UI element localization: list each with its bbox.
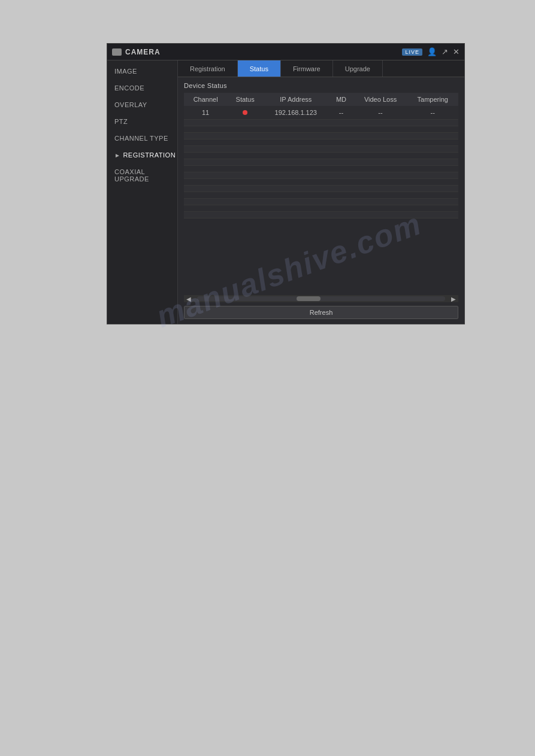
table-row bbox=[184, 146, 458, 153]
device-table: Channel Status IP Address MD Video Loss … bbox=[184, 93, 458, 218]
table-row bbox=[184, 212, 458, 218]
user-icon[interactable]: 👤 bbox=[427, 47, 437, 56]
sidebar-item-overlay[interactable]: OVERLAY bbox=[107, 96, 177, 113]
camera-icon bbox=[112, 48, 122, 56]
table-row bbox=[184, 192, 458, 199]
live-badge: LIVE bbox=[402, 48, 422, 56]
content-area: Registration Status Firmware Upgrade Dev… bbox=[178, 60, 464, 324]
table-scroll-area[interactable]: Channel Status IP Address MD Video Loss … bbox=[184, 93, 458, 294]
refresh-button[interactable]: Refresh bbox=[184, 306, 458, 319]
sidebar-label-channel-type: CHANNEL TYPE bbox=[114, 135, 168, 142]
table-row bbox=[184, 199, 458, 205]
scrollbar-track bbox=[197, 296, 445, 301]
app-title: CAMERA bbox=[125, 48, 161, 56]
col-status: Status bbox=[227, 93, 263, 106]
tab-status[interactable]: Status bbox=[238, 60, 281, 77]
panel-content: Device Status Channel Status IP Address … bbox=[178, 77, 464, 324]
tab-upgrade[interactable]: Upgrade bbox=[333, 60, 383, 77]
table-row bbox=[184, 205, 458, 212]
sidebar-item-encode[interactable]: ENCODE bbox=[107, 80, 177, 96]
sidebar-item-coaxial-upgrade[interactable]: COAXIAL UPGRADE bbox=[107, 163, 177, 187]
arrow-icon: ► bbox=[114, 152, 120, 159]
app-window: CAMERA LIVE 👤 ↗ ✕ IMAGE ENCODE OVERLAY P… bbox=[107, 43, 465, 324]
sidebar-label-coaxial-upgrade: COAXIAL UPGRADE bbox=[114, 168, 170, 183]
table-row bbox=[184, 139, 458, 146]
title-bar-left: CAMERA bbox=[112, 48, 161, 56]
table-row bbox=[184, 186, 458, 192]
sidebar-label-overlay: OVERLAY bbox=[114, 101, 147, 108]
cell-md: -- bbox=[329, 106, 354, 120]
cell-status bbox=[227, 106, 263, 120]
cell-tampering: -- bbox=[407, 106, 458, 120]
table-row: 11 192.168.1.123 -- -- -- bbox=[184, 106, 458, 120]
col-channel: Channel bbox=[184, 93, 227, 106]
table-row bbox=[184, 166, 458, 172]
scrollbar-thumb[interactable] bbox=[297, 296, 321, 301]
main-layout: IMAGE ENCODE OVERLAY PTZ CHANNEL TYPE ► … bbox=[107, 60, 464, 324]
cell-ip-address: 192.168.1.123 bbox=[263, 106, 328, 120]
tab-firmware[interactable]: Firmware bbox=[281, 60, 333, 77]
table-row bbox=[184, 133, 458, 139]
sidebar-label-ptz: PTZ bbox=[114, 118, 128, 125]
tab-bar: Registration Status Firmware Upgrade bbox=[178, 60, 464, 77]
col-tampering: Tampering bbox=[407, 93, 458, 106]
status-dot-red bbox=[243, 110, 247, 115]
title-bar: CAMERA LIVE 👤 ↗ ✕ bbox=[107, 44, 464, 60]
sidebar-item-channel-type[interactable]: CHANNEL TYPE bbox=[107, 130, 177, 147]
table-row bbox=[184, 153, 458, 159]
col-ip-address: IP Address bbox=[263, 93, 328, 106]
tab-registration[interactable]: Registration bbox=[178, 60, 238, 77]
sidebar-label-registration: REGISTRATION bbox=[123, 151, 176, 159]
expand-icon[interactable]: ↗ bbox=[442, 47, 448, 56]
table-header-row: Channel Status IP Address MD Video Loss … bbox=[184, 93, 458, 106]
sidebar: IMAGE ENCODE OVERLAY PTZ CHANNEL TYPE ► … bbox=[107, 60, 178, 324]
sidebar-item-image[interactable]: IMAGE bbox=[107, 63, 177, 80]
table-wrapper: Channel Status IP Address MD Video Loss … bbox=[184, 93, 458, 294]
horizontal-scrollbar[interactable]: ◀ ▶ bbox=[184, 295, 458, 302]
close-icon[interactable]: ✕ bbox=[453, 47, 460, 56]
sidebar-label-image: IMAGE bbox=[114, 68, 137, 75]
scroll-left-arrow[interactable]: ◀ bbox=[184, 296, 194, 302]
title-bar-right: LIVE 👤 ↗ ✕ bbox=[402, 47, 460, 56]
sidebar-item-ptz[interactable]: PTZ bbox=[107, 113, 177, 130]
scroll-right-arrow[interactable]: ▶ bbox=[449, 296, 458, 302]
col-md: MD bbox=[329, 93, 354, 106]
table-row bbox=[184, 172, 458, 179]
table-row bbox=[184, 120, 458, 126]
section-title: Device Status bbox=[184, 82, 458, 89]
sidebar-label-encode: ENCODE bbox=[114, 84, 144, 92]
col-video-loss: Video Loss bbox=[354, 93, 407, 106]
cell-video-loss: -- bbox=[354, 106, 407, 120]
cell-channel: 11 bbox=[184, 106, 227, 120]
table-row bbox=[184, 159, 458, 166]
table-row bbox=[184, 179, 458, 186]
table-row bbox=[184, 126, 458, 133]
sidebar-item-registration[interactable]: ► REGISTRATION bbox=[107, 147, 177, 163]
